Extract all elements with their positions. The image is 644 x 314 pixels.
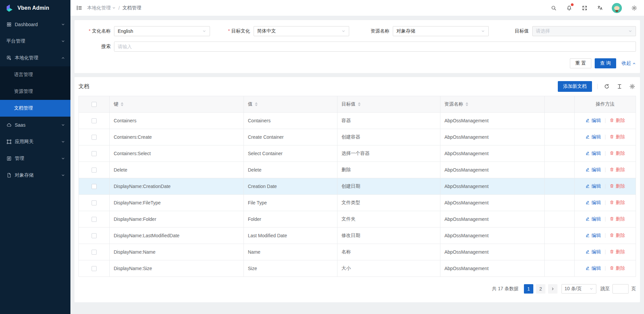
page-button-1[interactable]: 1: [524, 284, 533, 294]
header-cell-value[interactable]: 值: [244, 96, 337, 112]
sidebar-fold-icon[interactable]: [74, 3, 84, 13]
sidebar-item-0[interactable]: Dashboard: [0, 16, 70, 33]
breadcrumb-root[interactable]: 本地化管理: [87, 5, 116, 11]
sidebar-item-2[interactable]: 本地化管理: [0, 50, 70, 66]
edit-button[interactable]: 编辑: [585, 118, 601, 124]
search-icon[interactable]: [550, 4, 557, 12]
sort-icon[interactable]: [121, 102, 123, 106]
cell-text: 修改日期: [341, 233, 360, 239]
settings-gear-icon[interactable]: [631, 4, 638, 12]
sidebar-item-6[interactable]: 对象存储: [0, 167, 70, 184]
sidebar-item-1[interactable]: 平台管理: [0, 33, 70, 50]
edit-button[interactable]: 编辑: [585, 249, 601, 255]
logo[interactable]: Vben Admin: [0, 0, 70, 16]
edit-button[interactable]: 编辑: [585, 200, 601, 206]
edit-button[interactable]: 编辑: [585, 183, 601, 189]
sort-icon[interactable]: [358, 102, 361, 106]
delete-button[interactable]: 删除: [609, 134, 625, 140]
edit-button[interactable]: 编辑: [585, 216, 601, 222]
field-target-culture: 目标文化 简体中文: [218, 26, 358, 36]
sidebar-item-label: 本地化管理: [15, 55, 61, 61]
edit-button[interactable]: 编辑: [585, 134, 601, 140]
row-checkbox[interactable]: [92, 233, 97, 238]
cell-checkbox: [79, 145, 110, 162]
sidebar-subitem-0[interactable]: 语言管理: [0, 66, 70, 83]
search-input[interactable]: [114, 42, 636, 52]
sidebar-subitem-1[interactable]: 资源管理: [0, 83, 70, 100]
row-checkbox[interactable]: [92, 151, 97, 156]
cell-checkbox: [79, 162, 110, 178]
toolbar-divider: [597, 84, 598, 89]
delete-button[interactable]: 删除: [609, 216, 625, 222]
target-value-select[interactable]: 请选择: [532, 26, 636, 36]
row-checkbox[interactable]: [92, 266, 97, 271]
row-checkbox[interactable]: [92, 118, 97, 123]
page-button-2[interactable]: 2: [536, 284, 545, 294]
cell-checkbox: [79, 211, 110, 227]
query-button[interactable]: 查 询: [595, 58, 616, 68]
translate-icon[interactable]: [596, 4, 604, 12]
header-cell-key[interactable]: 键: [110, 96, 244, 112]
select-all-checkbox[interactable]: [92, 102, 97, 107]
page-size-select[interactable]: 10 条/页: [561, 284, 596, 294]
delete-button[interactable]: 删除: [609, 118, 625, 124]
row-checkbox[interactable]: [92, 217, 97, 222]
header-cell-target[interactable]: 目标值: [337, 96, 440, 112]
cell-resource: AbpOssManagement: [440, 195, 545, 211]
breadcrumb-current[interactable]: 文档管理: [122, 5, 141, 11]
next-page-button[interactable]: [548, 284, 557, 294]
cell-value: Delete: [244, 162, 337, 178]
delete-button[interactable]: 删除: [609, 200, 625, 206]
edit-button[interactable]: 编辑: [585, 233, 601, 239]
row-checkbox[interactable]: [92, 200, 97, 205]
delete-button[interactable]: 删除: [609, 167, 625, 173]
sidebar-item-5[interactable]: 管理: [0, 150, 70, 167]
sort-icon[interactable]: [255, 102, 258, 106]
delete-button[interactable]: 删除: [609, 249, 625, 255]
column-settings-icon[interactable]: [629, 83, 636, 90]
column-label: 值: [248, 101, 253, 107]
header-cell-resource[interactable]: 资源名称: [440, 96, 545, 112]
refresh-icon[interactable]: [603, 83, 610, 90]
add-document-button[interactable]: 添加新文档: [558, 81, 592, 92]
cell-text: 容器: [341, 118, 351, 124]
fullscreen-icon[interactable]: [581, 4, 588, 12]
cell-checkbox: [79, 113, 110, 129]
row-checkbox[interactable]: [92, 184, 97, 189]
cell-text: 大小: [341, 265, 351, 271]
cell-key: DisplayName:Name: [110, 244, 244, 260]
target-culture-select[interactable]: 简体中文: [254, 26, 350, 36]
bell-icon[interactable]: [566, 4, 573, 12]
cell-actions: 编辑删除: [575, 244, 636, 260]
resource-name-select[interactable]: 对象存储: [393, 26, 489, 36]
edit-button[interactable]: 编辑: [585, 167, 601, 173]
sidebar-subitem-2[interactable]: 文档管理: [0, 100, 70, 117]
reset-button[interactable]: 重 置: [570, 58, 591, 68]
delete-button[interactable]: 删除: [609, 150, 625, 156]
sidebar-item-4[interactable]: 应用网关: [0, 133, 70, 150]
row-height-icon[interactable]: [616, 83, 623, 90]
cell-empty: [545, 178, 575, 194]
cell-text: Delete: [114, 167, 127, 173]
chevron-down-icon: [61, 173, 65, 177]
pagination: 共 17 条数据 12 10 条/页 跳至 页: [78, 284, 636, 294]
row-checkbox[interactable]: [92, 250, 97, 255]
cell-text: 创建日期: [341, 183, 360, 189]
avatar[interactable]: [612, 3, 622, 13]
delete-button[interactable]: 删除: [609, 233, 625, 239]
cell-actions: 编辑删除: [575, 113, 636, 129]
cell-text: AbpOssManagement: [444, 216, 489, 222]
cell-text: AbpOssManagement: [444, 249, 489, 255]
culture-name-select[interactable]: English: [114, 26, 210, 36]
jump-page-input[interactable]: [612, 284, 629, 294]
sort-icon[interactable]: [466, 102, 468, 106]
sidebar-item-3[interactable]: Saas: [0, 117, 70, 133]
delete-button[interactable]: 删除: [609, 183, 625, 189]
edit-button[interactable]: 编辑: [585, 265, 601, 271]
row-checkbox[interactable]: [92, 168, 97, 173]
collapse-link[interactable]: 收起: [622, 60, 636, 66]
delete-button[interactable]: 删除: [609, 265, 625, 271]
row-checkbox[interactable]: [92, 135, 97, 140]
header-cell-checkbox: [79, 96, 110, 112]
edit-button[interactable]: 编辑: [585, 150, 601, 156]
